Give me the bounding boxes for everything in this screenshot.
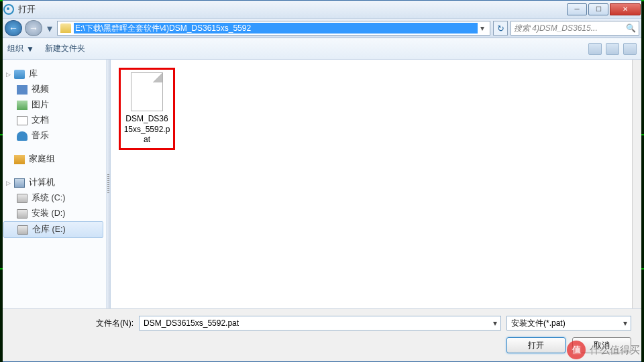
view-options-button[interactable]	[588, 43, 602, 55]
open-button[interactable]: 打开	[506, 337, 566, 353]
drive-icon	[17, 194, 28, 203]
sidebar-library[interactable]: ▷库	[1, 66, 106, 82]
organize-menu[interactable]: 组织▼	[7, 43, 34, 54]
file-icon	[131, 72, 163, 111]
picture-icon	[17, 101, 28, 110]
nav-history-dropdown[interactable]: ▾	[45, 20, 54, 36]
watermark-icon: 值	[567, 341, 586, 359]
toolbar: 组织▼ 新建文件夹	[1, 38, 643, 60]
new-folder-button[interactable]: 新建文件夹	[45, 43, 85, 54]
filter-combo[interactable]: 安装文件(*.pat)	[506, 316, 631, 330]
file-item[interactable]: DSM_DS3615xs_5592.pat	[119, 68, 175, 150]
sidebar-pictures[interactable]: 图片	[1, 97, 106, 113]
bottom-pane: 文件名(N): DSM_DS3615xs_5592.pat 安装文件(*.pat…	[1, 309, 643, 361]
help-button[interactable]	[623, 43, 637, 55]
path-dropdown-icon[interactable]: ▾	[478, 23, 487, 33]
library-icon	[14, 70, 25, 79]
music-icon	[17, 131, 28, 141]
sidebar-drive-d[interactable]: 安装 (D:)	[1, 206, 106, 221]
video-icon	[17, 85, 28, 95]
folder-icon	[60, 23, 71, 33]
filename-combo[interactable]: DSM_DS3615xs_5592.pat	[139, 316, 501, 330]
window-title: 打开	[18, 3, 36, 15]
sidebar-computer[interactable]: ▷计算机	[1, 175, 106, 190]
navigation-pane[interactable]: ▷库 视频 图片 文档 音乐 家庭组 ▷计算机 系统 (C:) 安装 (D:) …	[1, 60, 107, 308]
open-file-dialog: 打开 ─ ☐ ✕ ← → ▾ ▾ ↻ 搜索 4)DSM_DS3615... 🔍 …	[0, 0, 644, 362]
file-label: DSM_DS3615xs_5592.pat	[123, 114, 170, 145]
homegroup-icon	[14, 155, 25, 164]
forward-button[interactable]: →	[25, 20, 42, 36]
sidebar-documents[interactable]: 文档	[1, 113, 106, 128]
search-box[interactable]: 搜索 4)DSM_DS3615... 🔍	[511, 21, 639, 36]
watermark: 值 什么值得买	[567, 341, 640, 359]
maximize-button[interactable]: ☐	[588, 3, 608, 15]
app-icon	[3, 4, 14, 15]
address-bar: ← → ▾ ▾ ↻ 搜索 4)DSM_DS3615... 🔍	[1, 18, 643, 38]
sidebar-videos[interactable]: 视频	[1, 82, 106, 97]
drive-icon	[17, 225, 28, 235]
sidebar-drive-c[interactable]: 系统 (C:)	[1, 190, 106, 206]
close-button[interactable]: ✕	[610, 3, 641, 15]
drive-icon	[17, 209, 28, 219]
path-input[interactable]	[74, 23, 478, 34]
sidebar-homegroup[interactable]: 家庭组	[1, 152, 106, 167]
sidebar-drive-e[interactable]: 仓库 (E:)	[3, 221, 103, 238]
path-box[interactable]: ▾	[57, 21, 490, 36]
filename-label: 文件名(N):	[13, 318, 133, 329]
document-icon	[17, 116, 28, 125]
search-placeholder: 搜索 4)DSM_DS3615...	[514, 23, 598, 34]
search-icon[interactable]: 🔍	[626, 23, 636, 33]
back-button[interactable]: ←	[5, 20, 22, 36]
minimize-button[interactable]: ─	[567, 3, 587, 15]
computer-icon	[14, 178, 25, 188]
sidebar-music[interactable]: 音乐	[1, 128, 106, 143]
preview-pane-button[interactable]	[606, 43, 619, 55]
titlebar[interactable]: 打开 ─ ☐ ✕	[1, 1, 643, 18]
main-area: ▷库 视频 图片 文档 音乐 家庭组 ▷计算机 系统 (C:) 安装 (D:) …	[1, 60, 643, 309]
refresh-button[interactable]: ↻	[493, 21, 508, 36]
file-list[interactable]: DSM_DS3615xs_5592.pat	[111, 60, 643, 308]
